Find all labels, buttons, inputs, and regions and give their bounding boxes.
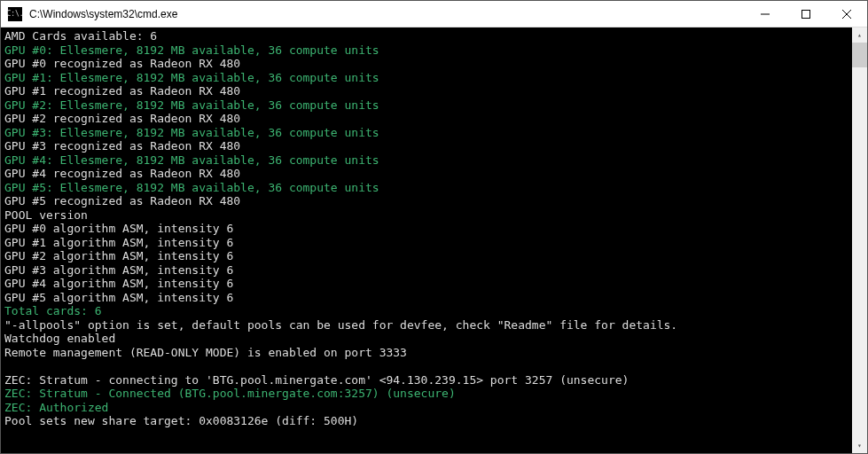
terminal-line: GPU #4 algorithm ASM, intensity 6 xyxy=(4,277,864,291)
terminal-line: GPU #0 recognized as Radeon RX 480 xyxy=(4,57,864,71)
terminal-line: "-allpools" option is set, default pools… xyxy=(4,318,864,333)
terminal-line: GPU #4: Ellesmere, 8192 MB available, 36… xyxy=(4,153,864,168)
terminal-line: ZEC: Stratum - connecting to 'BTG.pool.m… xyxy=(4,373,864,387)
terminal-line: GPU #0: Ellesmere, 8192 MB available, 36… xyxy=(4,43,864,58)
terminal-line: POOL version xyxy=(4,208,864,223)
scroll-up-button[interactable]: ▴ xyxy=(852,27,867,43)
terminal-line: Pool sets new share target: 0x0083126e (… xyxy=(4,414,864,428)
terminal-line: GPU #5: Ellesmere, 8192 MB available, 36… xyxy=(4,181,864,195)
cmd-window: C:\. C:\Windows\system32\cmd.exe AMD Car… xyxy=(0,0,868,454)
terminal-line xyxy=(4,359,864,373)
terminal-line: GPU #1: Ellesmere, 8192 MB available, 36… xyxy=(4,71,864,85)
terminal-line: GPU #3 algorithm ASM, intensity 6 xyxy=(4,263,864,278)
maximize-button[interactable] xyxy=(786,1,826,27)
terminal-line: GPU #2 recognized as Radeon RX 480 xyxy=(4,112,864,126)
terminal-line: Total cards: 6 xyxy=(4,304,864,318)
terminal-line: GPU #5 recognized as Radeon RX 480 xyxy=(4,194,864,208)
scroll-down-button[interactable]: ▾ xyxy=(852,438,867,453)
terminal-line: GPU #2 algorithm ASM, intensity 6 xyxy=(4,249,864,263)
scroll-thumb[interactable] xyxy=(852,43,867,67)
terminal-line: GPU #5 algorithm ASM, intensity 6 xyxy=(4,291,864,305)
svg-rect-1 xyxy=(802,10,810,18)
terminal-output: AMD Cards available: 6GPU #0: Ellesmere,… xyxy=(1,27,867,430)
terminal-line: Remote management (READ-ONLY MODE) is en… xyxy=(4,346,864,360)
terminal-line: ZEC: Stratum - Connected (BTG.pool.miner… xyxy=(4,387,864,401)
close-button[interactable] xyxy=(826,1,867,27)
terminal-line: GPU #1 recognized as Radeon RX 480 xyxy=(4,84,864,98)
terminal-line: GPU #1 algorithm ASM, intensity 6 xyxy=(4,236,864,250)
window-title: C:\Windows\system32\cmd.exe xyxy=(29,8,745,20)
terminal-area[interactable]: AMD Cards available: 6GPU #0: Ellesmere,… xyxy=(1,27,867,453)
minimize-button[interactable] xyxy=(745,1,786,27)
terminal-line: GPU #3: Ellesmere, 8192 MB available, 36… xyxy=(4,126,864,140)
terminal-line: Watchdog enabled xyxy=(4,332,864,346)
cmd-icon: C:\. xyxy=(8,7,22,21)
terminal-line: GPU #3 recognized as Radeon RX 480 xyxy=(4,139,864,153)
terminal-line: GPU #4 recognized as Radeon RX 480 xyxy=(4,167,864,181)
vertical-scrollbar[interactable]: ▴ ▾ xyxy=(852,27,867,453)
terminal-line: GPU #0 algorithm ASM, intensity 6 xyxy=(4,222,864,236)
terminal-line: GPU #2: Ellesmere, 8192 MB available, 36… xyxy=(4,98,864,113)
terminal-line: AMD Cards available: 6 xyxy=(4,29,864,43)
terminal-line: ZEC: Authorized xyxy=(4,401,864,415)
window-controls xyxy=(745,1,867,27)
titlebar[interactable]: C:\. C:\Windows\system32\cmd.exe xyxy=(1,1,867,27)
